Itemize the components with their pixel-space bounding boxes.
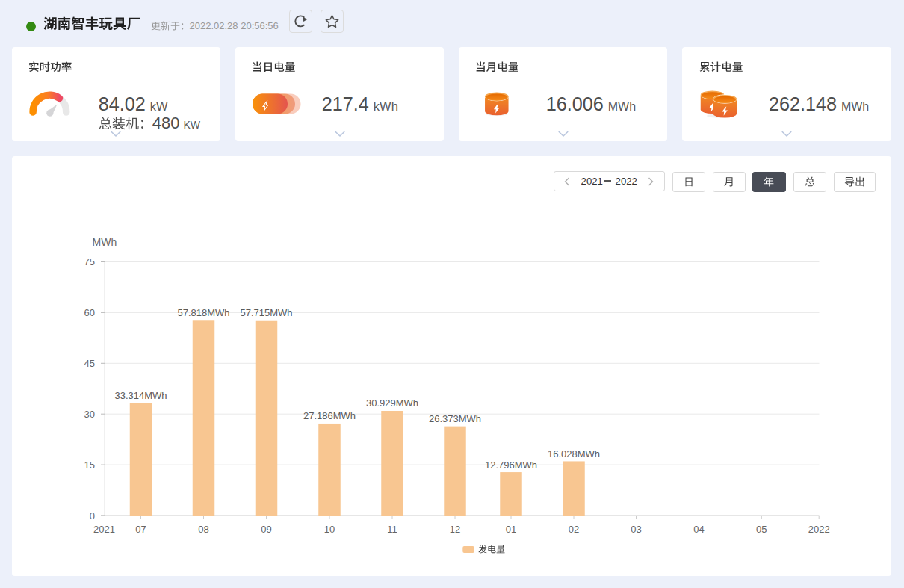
svg-text:09: 09 xyxy=(261,524,271,535)
svg-text:MWh: MWh xyxy=(92,236,117,248)
svg-text:04: 04 xyxy=(693,524,704,535)
svg-text:75: 75 xyxy=(84,256,94,267)
svg-text:07: 07 xyxy=(135,524,146,535)
svg-text:10: 10 xyxy=(323,524,334,535)
svg-text:0: 0 xyxy=(89,510,94,522)
svg-text:27.186MWh: 27.186MWh xyxy=(303,410,355,421)
svg-text:30: 30 xyxy=(84,409,94,420)
svg-text:08: 08 xyxy=(198,524,208,535)
svg-text:45: 45 xyxy=(84,358,94,369)
svg-text:26.373MWh: 26.373MWh xyxy=(428,413,480,424)
svg-text:01: 01 xyxy=(505,524,516,535)
svg-text:03: 03 xyxy=(631,524,641,535)
svg-text:12: 12 xyxy=(449,524,459,535)
svg-text:02: 02 xyxy=(568,524,578,535)
svg-text:16.028MWh: 16.028MWh xyxy=(547,448,599,459)
svg-text:15: 15 xyxy=(84,459,94,471)
svg-text:57.715MWh: 57.715MWh xyxy=(240,307,292,318)
svg-text:2022: 2022 xyxy=(808,524,829,535)
svg-text:12.796MWh: 12.796MWh xyxy=(484,459,536,471)
svg-text:33.314MWh: 33.314MWh xyxy=(114,390,167,401)
svg-text:30.929MWh: 30.929MWh xyxy=(365,397,418,409)
svg-text:57.818MWh: 57.818MWh xyxy=(177,307,229,318)
svg-text:2021: 2021 xyxy=(93,524,115,535)
svg-text:11: 11 xyxy=(387,524,397,535)
svg-text:05: 05 xyxy=(756,524,767,535)
svg-text:60: 60 xyxy=(84,307,94,318)
